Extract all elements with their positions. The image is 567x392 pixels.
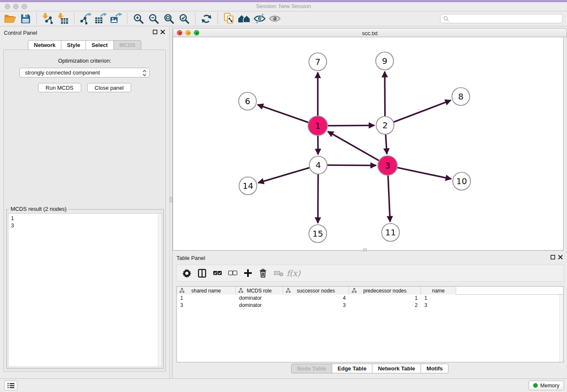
- cell-shared-name[interactable]: 1: [177, 295, 236, 302]
- toolbar-separator: [217, 13, 218, 24]
- table-panel: Table Panel: [173, 251, 567, 378]
- network-vertical-scrollbar[interactable]: [564, 37, 567, 251]
- horizontal-splitter-grip[interactable]: [363, 248, 367, 251]
- run-mcds-button[interactable]: Run MCDS: [38, 83, 81, 92]
- table-panel-title: Table Panel: [176, 255, 205, 261]
- zoom-out-icon[interactable]: [146, 12, 161, 25]
- tab-style[interactable]: Style: [61, 40, 86, 50]
- cell-mcds-role[interactable]: dominator: [236, 302, 283, 309]
- cell-predecessor-nodes[interactable]: 1: [349, 295, 421, 302]
- function-builder-icon[interactable]: f(x): [288, 268, 299, 279]
- tab-motifs[interactable]: Motifs: [421, 364, 449, 373]
- node-label-4: 4: [316, 160, 321, 170]
- column-header-mcds-role[interactable]: MCDS role: [236, 287, 283, 295]
- column-header-shared-name[interactable]: shared name: [177, 287, 236, 295]
- column-header-name[interactable]: name: [421, 287, 456, 295]
- search-input[interactable]: [451, 16, 559, 22]
- vertical-splitter[interactable]: [169, 26, 173, 378]
- network-canvas[interactable]: 7968124314101511: [173, 37, 564, 251]
- mcds-result-list[interactable]: 13: [8, 213, 162, 367]
- table-row[interactable]: 1dominator411: [177, 295, 563, 302]
- search-icon: [443, 16, 449, 22]
- column-header-successor-nodes[interactable]: successor nodes: [283, 287, 349, 295]
- cell-successor-nodes[interactable]: 3: [283, 302, 349, 309]
- node-label-2: 2: [383, 120, 388, 130]
- float-panel-icon[interactable]: [153, 30, 157, 34]
- table-row[interactable]: 3dominator323: [177, 302, 563, 309]
- tab-network[interactable]: Network: [28, 40, 61, 50]
- toolbar-separator: [36, 13, 37, 24]
- column-label: shared name: [191, 288, 221, 294]
- tab-edge-table[interactable]: Edge Table: [332, 364, 372, 373]
- tab-mcds[interactable]: MCDS: [113, 40, 141, 50]
- sort-hierarchy-icon: [179, 288, 184, 293]
- select-all-icon[interactable]: [212, 268, 223, 279]
- import-table-icon[interactable]: [55, 12, 71, 25]
- table-settings-icon[interactable]: [181, 268, 193, 279]
- tab-select[interactable]: Select: [85, 40, 113, 50]
- show-all-icon[interactable]: [267, 12, 282, 25]
- import-network-icon[interactable]: [40, 12, 55, 25]
- table-scrollbar[interactable]: [559, 295, 563, 362]
- export-table-icon[interactable]: [93, 12, 108, 25]
- control-panel-title: Control Panel: [4, 30, 37, 36]
- splitter-grip[interactable]: [170, 197, 172, 202]
- status-bar: Memory: [0, 378, 567, 392]
- cell-name[interactable]: 3: [421, 302, 456, 309]
- network-window-titlebar[interactable]: scc.txt: [173, 28, 567, 37]
- column-label: predecessor nodes: [363, 288, 406, 294]
- show-columns-icon[interactable]: [196, 268, 208, 279]
- edge-2-8[interactable]: [385, 100, 451, 125]
- close-table-panel-icon[interactable]: [558, 255, 563, 259]
- column-label: MCDS role: [247, 288, 272, 294]
- control-panel-header: Control Panel: [0, 26, 169, 39]
- copy-network-icon[interactable]: [221, 12, 237, 25]
- delete-row-icon[interactable]: [257, 268, 269, 279]
- unselect-all-icon[interactable]: [227, 268, 238, 279]
- cell-predecessor-nodes[interactable]: 2: [349, 302, 421, 309]
- cell-shared-name[interactable]: 3: [177, 302, 236, 309]
- close-panel-button[interactable]: Close panel: [87, 83, 132, 92]
- node-table[interactable]: shared nameMCDS rolesuccessor nodesprede…: [176, 286, 564, 362]
- memory-label: Memory: [540, 383, 559, 389]
- titlebar-accent-strip: [0, 0, 567, 2]
- edge-3-1[interactable]: [328, 131, 388, 166]
- search-field[interactable]: [440, 14, 563, 23]
- export-network-icon[interactable]: [78, 12, 93, 25]
- delete-column-icon[interactable]: [272, 268, 284, 279]
- network-view-window: scc.txt 7968124314101511: [173, 28, 567, 251]
- cell-name[interactable]: 1: [421, 295, 456, 302]
- control-panel: Control Panel NetworkStyleSelectMCDS Opt…: [0, 26, 169, 378]
- hide-selected-icon[interactable]: [252, 12, 267, 25]
- export-image-icon[interactable]: [108, 12, 124, 25]
- cell-successor-nodes[interactable]: 4: [283, 295, 349, 302]
- task-history-button[interactable]: [4, 381, 17, 390]
- result-scrollbar[interactable]: [158, 214, 162, 367]
- float-table-panel-icon[interactable]: [550, 255, 555, 259]
- application-window: Session: New Session: [0, 0, 567, 392]
- first-neighbors-icon[interactable]: [237, 12, 252, 25]
- open-session-icon[interactable]: [3, 12, 18, 25]
- add-row-icon[interactable]: [242, 268, 253, 279]
- memory-status-icon: [533, 383, 538, 388]
- node-label-8: 8: [458, 91, 464, 102]
- tab-node-table[interactable]: Node Table: [291, 364, 332, 373]
- memory-button[interactable]: Memory: [528, 381, 564, 390]
- criterion-select[interactable]: strongly connected component: [19, 68, 150, 77]
- network-window-title: scc.txt: [173, 30, 567, 36]
- column-header-predecessor-nodes[interactable]: predecessor nodes: [349, 287, 421, 295]
- tab-network-table[interactable]: Network Table: [372, 364, 421, 373]
- save-session-icon[interactable]: [18, 12, 33, 25]
- node-label-10: 10: [456, 176, 467, 186]
- edge-4-14[interactable]: [258, 165, 318, 183]
- node-label-7: 7: [315, 57, 321, 67]
- zoom-fit-icon[interactable]: [161, 12, 176, 25]
- zoom-in-icon[interactable]: [131, 12, 146, 25]
- window-titlebar: Session: New Session: [0, 0, 567, 11]
- zoom-selected-icon[interactable]: [176, 12, 192, 25]
- cell-mcds-role[interactable]: dominator: [236, 295, 283, 302]
- table-panel-header: Table Panel: [173, 251, 567, 264]
- refresh-icon[interactable]: [199, 12, 214, 25]
- close-panel-icon[interactable]: [160, 30, 165, 34]
- window-title: Session: New Session: [0, 3, 567, 9]
